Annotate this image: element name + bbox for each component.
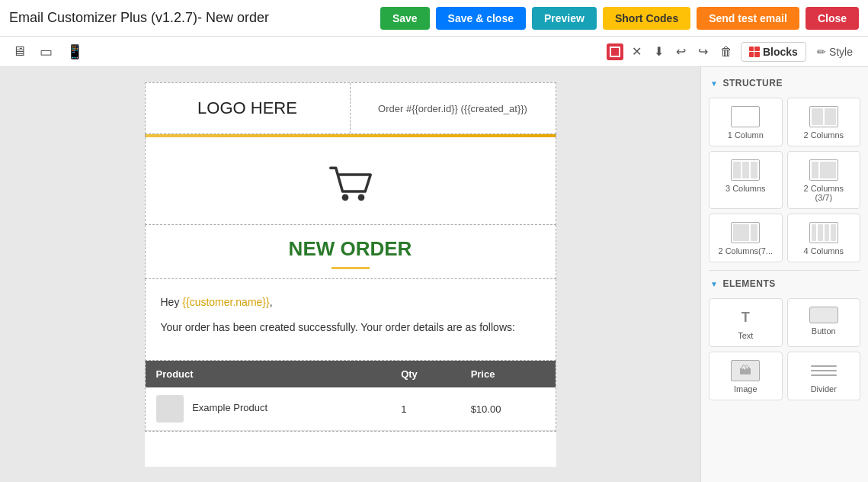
table-header-row: Product Qty Price (146, 361, 556, 387)
redo-icon[interactable]: ↪ (694, 43, 712, 60)
pencil-icon: ✏ (817, 46, 826, 58)
elements-label: ELEMENTS (722, 278, 775, 289)
2-columns-37-label: 2 Columns(3/7) (803, 184, 844, 202)
block-2-columns[interactable]: 2 Columns (787, 98, 861, 146)
tablet-icon[interactable]: ▭ (37, 42, 56, 62)
blocks-label: Blocks (763, 46, 798, 58)
order-table: Product Qty Price Example Product 1 (146, 361, 556, 431)
structure-blocks-grid: 1 Column 2 Columns 3 Columns (701, 93, 868, 267)
customer-name-placeholder: {{customer.name}} (182, 296, 269, 308)
svg-point-1 (357, 194, 364, 201)
block-3-columns[interactable]: 3 Columns (709, 151, 783, 209)
mobile-icon[interactable]: 📱 (63, 42, 86, 62)
text-label: Text (738, 331, 753, 340)
panel-divider (709, 270, 860, 271)
block-2-columns-37[interactable]: 2 Columns(3/7) (787, 151, 861, 209)
body-paragraph: Your order has been created successfully… (161, 320, 540, 336)
app-title: Email Customizer Plus (v1.2.7)- New orde… (9, 10, 374, 26)
email-header-row[interactable]: LOGO HERE Order #{{order.id}} ({{created… (145, 82, 556, 134)
image-icon: 🏔 (731, 360, 760, 381)
greeting-text: Hey {{customer.name}}, (161, 294, 540, 310)
price-cell: $10.00 (460, 387, 556, 431)
col-qty: Qty (390, 361, 460, 387)
3-columns-label: 3 Columns (725, 184, 766, 193)
toolbar: 🖥 ▭ 📱 ✕ ⬇ ↩ ↪ 🗑 Blocks ✏ Style (0, 37, 868, 67)
style-label: Style (829, 46, 853, 58)
body-text-section[interactable]: Hey {{customer.name}}, Your order has be… (145, 279, 556, 361)
2-columns-label: 2 Columns (803, 130, 844, 140)
cart-section[interactable] (145, 137, 556, 225)
structure-label: STRUCTURE (722, 78, 783, 88)
block-4-columns[interactable]: 4 Columns (787, 214, 861, 262)
col-product: Product (146, 361, 391, 387)
logo-cell[interactable]: LOGO HERE (146, 83, 351, 133)
main-layout: LOGO HERE Order #{{order.id}} ({{created… (0, 67, 868, 482)
col-price: Price (460, 361, 556, 387)
2-columns-73-label: 2 Columns(7... (718, 246, 773, 255)
2-columns-37-icon (809, 159, 838, 181)
element-text[interactable]: T Text (709, 298, 783, 347)
order-table-section[interactable]: Product Qty Price Example Product 1 (145, 361, 556, 432)
selected-box-inner (610, 47, 620, 57)
qty-cell: 1 (390, 387, 460, 431)
selected-indicator (607, 43, 623, 60)
divider-label: Divider (811, 384, 837, 394)
button-icon (809, 307, 838, 323)
1-column-icon (731, 106, 760, 127)
new-order-underline (332, 267, 370, 269)
close-button[interactable]: Close (806, 7, 859, 30)
app-header: Email Customizer Plus (v1.2.7)- New orde… (0, 0, 868, 37)
text-icon: T (733, 307, 757, 328)
table-row: Example Product 1 $10.00 (146, 387, 556, 431)
save-button[interactable]: Save (380, 7, 430, 30)
order-info-text: Order #{{order.id}} ({{created_at}}) (378, 103, 527, 114)
short-codes-button[interactable]: Short Codes (603, 7, 690, 30)
download-icon[interactable]: ⬇ (650, 43, 668, 60)
element-image[interactable]: 🏔 Image (709, 352, 783, 400)
product-name: Example Product (192, 402, 267, 413)
4-columns-icon (809, 222, 838, 243)
send-test-button[interactable]: Send test email (697, 7, 799, 30)
undo-icon[interactable]: ↩ (672, 43, 690, 60)
block-1-column[interactable]: 1 Column (709, 98, 783, 146)
order-info-cell[interactable]: Order #{{order.id}} ({{created_at}}) (351, 83, 556, 133)
new-order-section[interactable]: NEW ORDER (145, 225, 556, 279)
structure-arrow-icon: ▼ (710, 79, 718, 88)
blocks-grid-icon (749, 47, 760, 57)
move-icon[interactable]: ✕ (628, 43, 645, 60)
blocks-button[interactable]: Blocks (741, 42, 806, 62)
logo-text: LOGO HERE (197, 98, 297, 118)
2-columns-icon (809, 106, 838, 127)
desktop-icon[interactable]: 🖥 (9, 42, 29, 61)
svg-point-0 (341, 194, 348, 201)
element-divider[interactable]: Divider (787, 352, 861, 400)
elements-arrow-icon: ▼ (710, 280, 718, 288)
mountain-icon: 🏔 (739, 364, 751, 378)
elements-section-header: ▼ ELEMENTS (701, 274, 868, 294)
divider-icon (809, 360, 838, 381)
elements-grid: T Text Button 🏔 Image (701, 294, 868, 405)
preview-button[interactable]: Preview (532, 7, 597, 30)
delete-icon[interactable]: 🗑 (716, 43, 736, 60)
1-column-label: 1 Column (728, 130, 764, 140)
3-columns-icon (731, 159, 760, 181)
email-canvas[interactable]: LOGO HERE Order #{{order.id}} ({{created… (0, 67, 700, 482)
save-close-button[interactable]: Save & close (436, 7, 526, 30)
button-label: Button (812, 326, 836, 336)
right-panel: ▼ STRUCTURE 1 Column 2 Columns 3 Col (700, 67, 868, 482)
email-container: LOGO HERE Order #{{order.id}} ({{created… (145, 82, 556, 467)
cart-icon (324, 160, 377, 206)
element-button[interactable]: Button (787, 298, 861, 347)
new-order-title: NEW ORDER (161, 237, 540, 261)
product-thumbnail (156, 395, 184, 423)
2-columns-73-icon (731, 222, 760, 243)
block-2-columns-73[interactable]: 2 Columns(7... (709, 214, 783, 262)
image-label: Image (734, 384, 757, 394)
product-cell: Example Product (146, 387, 391, 431)
structure-section-header: ▼ STRUCTURE (701, 73, 868, 93)
4-columns-label: 4 Columns (803, 246, 844, 255)
toolbar-left: 🖥 ▭ 📱 (9, 42, 602, 62)
style-button[interactable]: ✏ Style (811, 43, 859, 61)
toolbar-right: ✕ ⬇ ↩ ↪ 🗑 Blocks ✏ Style (607, 42, 859, 62)
